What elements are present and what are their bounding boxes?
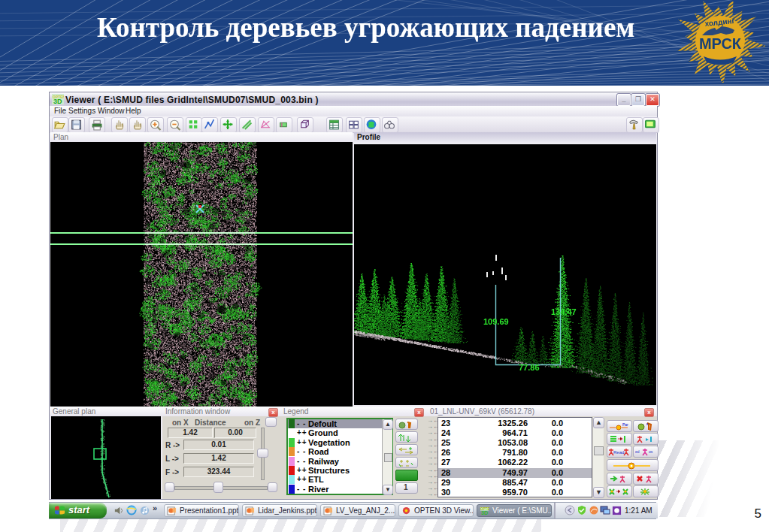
svg-text:МРСК: МРСК <box>699 35 742 52</box>
svg-text:Par: Par <box>622 422 628 427</box>
svg-text:Read: Read <box>613 450 624 455</box>
svg-text:3D: 3D <box>481 509 489 515</box>
svg-text:os: os <box>649 449 653 454</box>
svg-text:3D: 3D <box>53 98 62 104</box>
svg-text:ed: ed <box>635 449 640 454</box>
